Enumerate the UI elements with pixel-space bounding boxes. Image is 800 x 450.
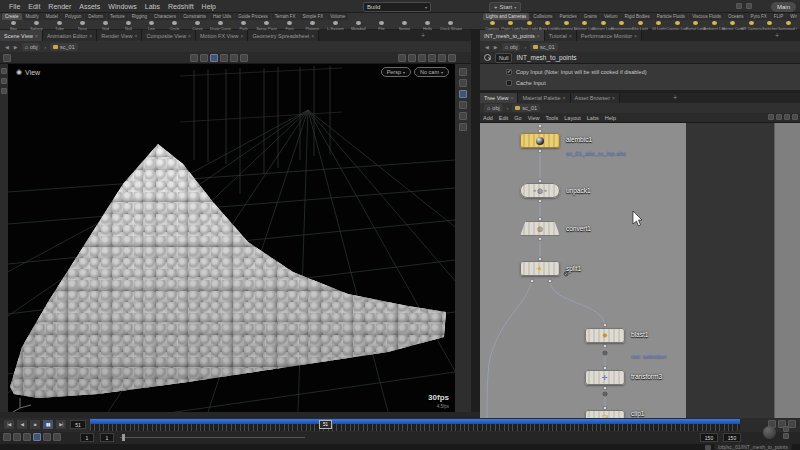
shelf-tab[interactable]: Rigid Bodies	[622, 13, 653, 20]
viewport-view-menu[interactable]: ◉ View	[16, 68, 40, 76]
network-menu-item[interactable]: Add	[480, 113, 496, 123]
menu-item[interactable]: Edit	[24, 0, 44, 13]
range-substart-field[interactable]: 1	[100, 433, 114, 442]
pane-tab[interactable]: INT_mesh_to_points ×	[480, 30, 545, 41]
translate-tool-icon[interactable]	[220, 54, 228, 62]
shelf-tool[interactable]: Line	[140, 20, 163, 30]
shelf-tool[interactable]: Point Light	[502, 20, 521, 30]
forward-icon[interactable]: ▶	[13, 44, 19, 50]
shelf-tab[interactable]: Polygon	[62, 13, 84, 20]
shelf-tab[interactable]: Particle Fluids	[654, 13, 688, 20]
forward-icon[interactable]: ▶	[493, 44, 499, 50]
shelf-tab[interactable]: Viscous Fluids	[689, 13, 724, 20]
shelf-tab[interactable]: Modify	[23, 13, 42, 20]
scale-tool-icon[interactable]	[240, 54, 248, 62]
close-icon[interactable]: ×	[634, 33, 637, 39]
persp-selector[interactable]: Persp ▾	[381, 67, 411, 77]
shelf-tab[interactable]: Rigging	[129, 13, 150, 20]
current-frame-field[interactable]: 51	[70, 420, 86, 429]
autokey-icon[interactable]	[33, 433, 41, 441]
shelf-tool[interactable]: Sky Light	[631, 20, 650, 30]
pane-tab[interactable]: Scene View ×	[0, 30, 43, 41]
back-icon[interactable]: ◀	[484, 44, 490, 50]
shelf-tool[interactable]: GI Light	[650, 20, 669, 30]
shelf-tab[interactable]: Particles	[557, 13, 580, 20]
shelf-tab[interactable]: Vellum	[601, 13, 621, 20]
path-segment-obj[interactable]: ⌂ obj	[484, 104, 503, 112]
search-icon[interactable]	[484, 54, 491, 61]
realtime-toggle-icon[interactable]	[3, 433, 11, 441]
shelf-tab[interactable]: Guide Process	[235, 13, 271, 20]
menu-item[interactable]: Labs	[141, 0, 164, 13]
shelf-tool[interactable]: Distant Light	[594, 20, 613, 30]
network-menu-item[interactable]: Go	[511, 113, 524, 123]
close-icon[interactable]: ×	[569, 33, 572, 39]
loop-mode-icon[interactable]	[23, 433, 31, 441]
playbar-menu-icon[interactable]	[783, 433, 789, 439]
shelf-tool[interactable]: Platonic	[301, 20, 324, 30]
shelf-tab[interactable]: Lights and Cameras	[483, 13, 529, 20]
node-clip1[interactable]: ◪	[585, 410, 625, 418]
render-view-icon[interactable]	[438, 54, 446, 62]
shelf-tab[interactable]: Model	[43, 13, 61, 20]
shelf-tool[interactable]: Draw Curve	[209, 20, 232, 30]
new-pane-tab-button[interactable]: +	[418, 30, 428, 41]
transport-button[interactable]: |◀	[3, 419, 15, 430]
close-icon[interactable]: ×	[188, 33, 191, 39]
node-split1[interactable]: ➤	[520, 261, 560, 276]
shelf-tool[interactable]: Sprout	[393, 20, 416, 30]
box-select-icon[interactable]	[210, 54, 218, 62]
pane-tab[interactable]: Tutorial ×	[545, 30, 577, 41]
window-tool-icon[interactable]	[736, 3, 742, 9]
shelf-tab[interactable]: Simple FX	[299, 13, 326, 20]
shelf-tool[interactable]: Quick Shapes	[439, 20, 462, 30]
motionfx-icon[interactable]	[788, 420, 796, 428]
handles-tool-icon[interactable]	[1, 78, 7, 84]
view-tool-icon[interactable]	[1, 68, 7, 74]
shelf-tool[interactable]: Sphere	[25, 20, 48, 30]
range-end-field[interactable]: 150	[700, 433, 718, 442]
new-pane-tab-button[interactable]: +	[772, 30, 782, 41]
transport-button[interactable]: ▮▮	[42, 419, 54, 430]
close-icon[interactable]: ×	[311, 33, 314, 39]
minimap-icon[interactable]	[784, 114, 790, 120]
shelf-tab[interactable]: Collisions	[530, 13, 555, 20]
snapshot-icon[interactable]	[459, 112, 467, 120]
shelf-tool[interactable]: Spot Light	[520, 20, 539, 30]
shelf-tool[interactable]: Stereo Camera	[724, 20, 743, 30]
transport-button[interactable]: ◀	[16, 419, 28, 430]
grid-menu-icon[interactable]	[3, 54, 11, 62]
snap-point-icon[interactable]	[408, 54, 416, 62]
shelf-tool[interactable]: Caustic Light	[668, 20, 687, 30]
shelf-tab[interactable]: Pyro FX	[748, 13, 770, 20]
new-pane-tab-button[interactable]: +	[670, 92, 680, 103]
shelf-tool[interactable]: Geometry Light	[557, 20, 576, 30]
path-segment-scene[interactable]: sc_01	[50, 43, 78, 51]
shelf-tab[interactable]: Create	[2, 13, 22, 20]
pane-tab[interactable]: Animation Editor ×	[43, 30, 97, 41]
shelf-tab[interactable]: FLIP	[771, 13, 787, 20]
pane-tab[interactable]: Material Palette ×	[518, 93, 570, 103]
network-menu-item[interactable]: Tools	[542, 113, 561, 123]
close-icon[interactable]: ×	[510, 95, 513, 101]
pane-tab[interactable]: Geometry Spreadsheet ×	[248, 30, 319, 41]
timeline[interactable]: 51	[90, 419, 740, 431]
parameter-row[interactable]: Cache Input	[506, 77, 800, 88]
parameter-row[interactable]: ✓ Copy Input (Note: Input will be still …	[506, 66, 800, 77]
shelf-tab[interactable]: Wires	[787, 13, 797, 20]
pane-tab[interactable]: Composite View ×	[142, 30, 196, 41]
shelf-tool[interactable]: Gamepad Camera	[779, 20, 797, 30]
camera-selector[interactable]: No cam ▾	[414, 67, 449, 77]
network-menu-item[interactable]: Labs	[584, 113, 602, 123]
range-start-field[interactable]: 1	[80, 433, 94, 442]
path-segment-scene[interactable]: sc_01	[530, 43, 558, 51]
close-icon[interactable]: ×	[537, 33, 540, 39]
pane-tab[interactable]: Performance Monitor ×	[577, 30, 642, 41]
message-log-icon[interactable]	[705, 445, 711, 450]
shelf-tool[interactable]: File	[370, 20, 393, 30]
menu-item[interactable]: Help	[198, 0, 220, 13]
shelf-tab[interactable]: Hair Utils	[210, 13, 234, 20]
close-icon[interactable]: ×	[135, 33, 138, 39]
close-icon[interactable]: ×	[240, 33, 243, 39]
window-tool-icon[interactable]	[746, 3, 752, 9]
